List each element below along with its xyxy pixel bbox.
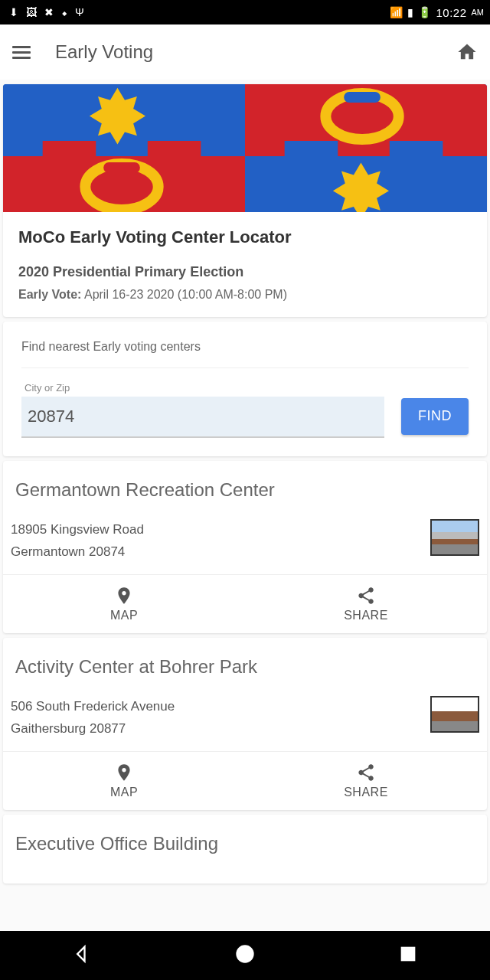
svg-rect-5 [148,141,201,156]
address-line-2: Germantown 20874 [11,541,430,564]
address-line-1: 18905 Kingsview Road [11,519,430,541]
locator-subtitle: 2020 Presidential Primary Election [18,264,472,280]
wifi-icon: 📶 [390,6,403,18]
svg-rect-13 [402,948,414,960]
android-status-bar: ⬇ 🖼 ✖ ⬥ Ψ 📶 ▮ 🔋 10:22 AM [0,0,490,24]
svg-rect-9 [344,92,381,103]
map-pin-icon [114,586,134,606]
map-label: MAP [110,609,138,622]
schedule-label: Early Vote: [18,288,81,301]
usb-icon: Ψ [75,6,84,18]
locator-schedule: Early Vote: April 16-23 2020 (10:00 AM-8… [18,288,472,302]
locator-header-card: MoCo Early Voting Center Locator 2020 Pr… [3,84,487,317]
signal-icon: ▮ [407,6,413,18]
svg-rect-7 [390,141,443,156]
svg-rect-6 [285,141,338,156]
share-button[interactable]: SHARE [245,752,487,810]
result-address: 506 South Frederick Avenue Gaithersburg … [11,696,430,740]
map-button[interactable]: MAP [3,575,245,633]
svg-rect-11 [103,162,140,173]
download-icon: ⬇ [9,6,18,18]
bug-icon: ⬥ [61,6,67,18]
result-title: Activity Center at Bohrer Park [3,652,487,691]
status-ampm: AM [472,8,485,17]
result-card: Germantown Recreation Center 18905 Kings… [3,461,487,633]
menu-button[interactable] [12,43,31,61]
search-prompt: Find nearest Early voting centers [21,340,469,354]
result-card: Activity Center at Bohrer Park 506 South… [3,638,487,810]
result-title: Executive Office Building [3,828,487,868]
county-flag-banner [3,84,487,212]
svg-rect-4 [43,141,96,156]
share-button[interactable]: SHARE [245,575,487,633]
zip-input[interactable] [21,397,384,438]
share-icon [356,763,376,782]
home-button[interactable] [456,41,478,63]
main-content[interactable]: MoCo Early Voting Center Locator 2020 Pr… [0,80,490,931]
recents-button[interactable] [397,943,419,968]
search-card: Find nearest Early voting centers City o… [3,322,487,456]
app-title: Early Voting [55,41,456,63]
location-thumbnail[interactable] [430,696,479,733]
result-title: Germantown Recreation Center [3,475,487,514]
status-left-icons: ⬇ 🖼 ✖ ⬥ Ψ [6,6,84,18]
locator-title: MoCo Early Voting Center Locator [18,227,472,247]
result-address: 18905 Kingsview Road Germantown 20874 [11,519,430,564]
home-nav-button[interactable] [234,943,256,968]
status-time: 10:22 [436,6,466,19]
battery-icon: 🔋 [418,6,431,18]
back-button[interactable] [71,943,93,968]
share-label: SHARE [344,609,388,622]
map-button[interactable]: MAP [3,752,245,810]
map-label: MAP [110,786,138,799]
result-card: Executive Office Building [3,815,487,884]
file-icon: ✖ [44,6,54,18]
address-line-2: Gaithersburg 20877 [11,718,430,740]
zip-input-label: City or Zip [24,382,387,394]
status-right-icons: 📶 ▮ 🔋 10:22 AM [390,6,484,19]
find-button[interactable]: FIND [401,398,469,435]
location-thumbnail[interactable] [430,519,479,556]
share-icon [356,586,376,606]
android-nav-bar [0,931,490,980]
share-label: SHARE [344,786,388,799]
address-line-1: 506 South Frederick Avenue [11,696,430,718]
app-bar: Early Voting [0,24,490,80]
schedule-value: April 16-23 2020 (10:00 AM-8:00 PM) [84,288,287,301]
svg-point-12 [237,946,253,962]
map-pin-icon [114,763,134,782]
image-icon: 🖼 [26,6,37,18]
